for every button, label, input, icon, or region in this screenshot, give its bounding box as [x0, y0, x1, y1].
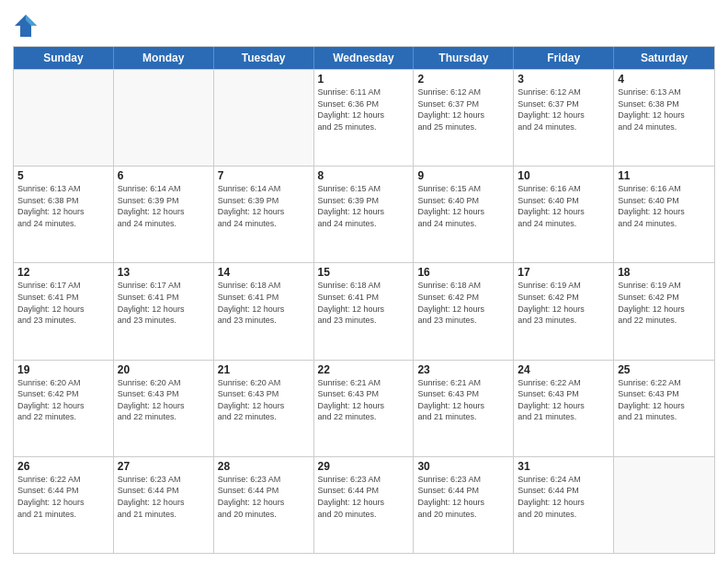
- day-cell-12: 12Sunrise: 6:17 AM Sunset: 6:41 PM Dayli…: [14, 263, 114, 359]
- logo-icon: [13, 13, 39, 39]
- cell-day-number: 4: [618, 73, 711, 86]
- cell-day-number: 1: [318, 73, 410, 86]
- cell-day-number: 17: [518, 266, 609, 279]
- cell-info: Sunrise: 6:20 AM Sunset: 6:43 PM Dayligh…: [218, 377, 310, 423]
- day-header-saturday: Saturday: [614, 47, 714, 69]
- cell-day-number: 9: [417, 169, 509, 182]
- day-cell-19: 19Sunrise: 6:20 AM Sunset: 6:42 PM Dayli…: [14, 361, 114, 456]
- cell-info: Sunrise: 6:22 AM Sunset: 6:43 PM Dayligh…: [518, 377, 609, 423]
- day-cell-28: 28Sunrise: 6:23 AM Sunset: 6:44 PM Dayli…: [214, 457, 314, 553]
- cell-info: Sunrise: 6:21 AM Sunset: 6:43 PM Dayligh…: [318, 377, 410, 423]
- day-cell-8: 8Sunrise: 6:15 AM Sunset: 6:39 PM Daylig…: [314, 167, 415, 262]
- day-cell-14: 14Sunrise: 6:18 AM Sunset: 6:41 PM Dayli…: [214, 263, 314, 359]
- day-cell-22: 22Sunrise: 6:21 AM Sunset: 6:43 PM Dayli…: [314, 361, 415, 456]
- cell-info: Sunrise: 6:11 AM Sunset: 6:36 PM Dayligh…: [318, 86, 410, 132]
- day-cell-15: 15Sunrise: 6:18 AM Sunset: 6:41 PM Dayli…: [314, 263, 415, 359]
- day-cell-3: 3Sunrise: 6:12 AM Sunset: 6:37 PM Daylig…: [514, 70, 614, 166]
- day-cell-6: 6Sunrise: 6:14 AM Sunset: 6:39 PM Daylig…: [114, 167, 214, 262]
- day-headers: SundayMondayTuesdayWednesdayThursdayFrid…: [14, 47, 714, 69]
- empty-cell: [214, 70, 314, 166]
- day-header-tuesday: Tuesday: [214, 47, 314, 69]
- cell-day-number: 12: [17, 266, 109, 279]
- week-row-3: 12Sunrise: 6:17 AM Sunset: 6:41 PM Dayli…: [14, 262, 714, 359]
- day-cell-9: 9Sunrise: 6:15 AM Sunset: 6:40 PM Daylig…: [414, 167, 514, 262]
- day-header-sunday: Sunday: [14, 47, 114, 69]
- cell-info: Sunrise: 6:24 AM Sunset: 6:44 PM Dayligh…: [518, 474, 609, 520]
- cell-info: Sunrise: 6:20 AM Sunset: 6:42 PM Dayligh…: [17, 377, 109, 423]
- cell-info: Sunrise: 6:20 AM Sunset: 6:43 PM Dayligh…: [118, 377, 210, 423]
- cell-info: Sunrise: 6:12 AM Sunset: 6:37 PM Dayligh…: [518, 86, 609, 132]
- cell-day-number: 18: [618, 266, 711, 279]
- weeks: 1Sunrise: 6:11 AM Sunset: 6:36 PM Daylig…: [14, 69, 714, 553]
- cell-day-number: 31: [518, 460, 609, 473]
- logo: [13, 13, 42, 39]
- day-cell-11: 11Sunrise: 6:16 AM Sunset: 6:40 PM Dayli…: [614, 167, 714, 262]
- cell-day-number: 5: [17, 169, 109, 182]
- cell-day-number: 6: [118, 169, 210, 182]
- cell-day-number: 14: [218, 266, 310, 279]
- cell-info: Sunrise: 6:19 AM Sunset: 6:42 PM Dayligh…: [618, 280, 711, 326]
- day-cell-31: 31Sunrise: 6:24 AM Sunset: 6:44 PM Dayli…: [514, 457, 614, 553]
- cell-info: Sunrise: 6:19 AM Sunset: 6:42 PM Dayligh…: [518, 280, 609, 326]
- cell-info: Sunrise: 6:17 AM Sunset: 6:41 PM Dayligh…: [118, 280, 210, 326]
- cell-day-number: 30: [417, 460, 509, 473]
- day-cell-24: 24Sunrise: 6:22 AM Sunset: 6:43 PM Dayli…: [514, 361, 614, 456]
- day-cell-20: 20Sunrise: 6:20 AM Sunset: 6:43 PM Dayli…: [114, 361, 214, 456]
- day-cell-25: 25Sunrise: 6:22 AM Sunset: 6:43 PM Dayli…: [614, 361, 714, 456]
- day-cell-13: 13Sunrise: 6:17 AM Sunset: 6:41 PM Dayli…: [114, 263, 214, 359]
- cell-info: Sunrise: 6:22 AM Sunset: 6:43 PM Dayligh…: [618, 377, 711, 423]
- day-cell-21: 21Sunrise: 6:20 AM Sunset: 6:43 PM Dayli…: [214, 361, 314, 456]
- cell-info: Sunrise: 6:15 AM Sunset: 6:40 PM Dayligh…: [417, 183, 509, 229]
- day-cell-29: 29Sunrise: 6:23 AM Sunset: 6:44 PM Dayli…: [314, 457, 415, 553]
- day-cell-7: 7Sunrise: 6:14 AM Sunset: 6:39 PM Daylig…: [214, 167, 314, 262]
- day-header-wednesday: Wednesday: [314, 47, 415, 69]
- cell-info: Sunrise: 6:13 AM Sunset: 6:38 PM Dayligh…: [618, 86, 711, 132]
- calendar: SundayMondayTuesdayWednesdayThursdayFrid…: [13, 46, 715, 554]
- cell-day-number: 3: [518, 73, 609, 86]
- cell-info: Sunrise: 6:12 AM Sunset: 6:37 PM Dayligh…: [417, 86, 509, 132]
- cell-info: Sunrise: 6:14 AM Sunset: 6:39 PM Dayligh…: [218, 183, 310, 229]
- cell-day-number: 7: [218, 169, 310, 182]
- cell-info: Sunrise: 6:16 AM Sunset: 6:40 PM Dayligh…: [618, 183, 711, 229]
- empty-cell: [114, 70, 214, 166]
- day-header-friday: Friday: [514, 47, 614, 69]
- day-cell-27: 27Sunrise: 6:23 AM Sunset: 6:44 PM Dayli…: [114, 457, 214, 553]
- week-row-1: 1Sunrise: 6:11 AM Sunset: 6:36 PM Daylig…: [14, 69, 714, 166]
- header: [13, 9, 715, 39]
- day-cell-18: 18Sunrise: 6:19 AM Sunset: 6:42 PM Dayli…: [614, 263, 714, 359]
- week-row-4: 19Sunrise: 6:20 AM Sunset: 6:42 PM Dayli…: [14, 360, 714, 456]
- day-cell-30: 30Sunrise: 6:23 AM Sunset: 6:44 PM Dayli…: [414, 457, 514, 553]
- cell-day-number: 22: [318, 363, 410, 376]
- day-cell-23: 23Sunrise: 6:21 AM Sunset: 6:43 PM Dayli…: [414, 361, 514, 456]
- cell-info: Sunrise: 6:23 AM Sunset: 6:44 PM Dayligh…: [417, 474, 509, 520]
- cell-info: Sunrise: 6:15 AM Sunset: 6:39 PM Dayligh…: [318, 183, 410, 229]
- cell-day-number: 10: [518, 169, 609, 182]
- day-cell-5: 5Sunrise: 6:13 AM Sunset: 6:38 PM Daylig…: [14, 167, 114, 262]
- day-cell-1: 1Sunrise: 6:11 AM Sunset: 6:36 PM Daylig…: [314, 70, 415, 166]
- day-cell-4: 4Sunrise: 6:13 AM Sunset: 6:38 PM Daylig…: [614, 70, 714, 166]
- cell-day-number: 29: [318, 460, 410, 473]
- cell-info: Sunrise: 6:16 AM Sunset: 6:40 PM Dayligh…: [518, 183, 609, 229]
- cell-info: Sunrise: 6:23 AM Sunset: 6:44 PM Dayligh…: [318, 474, 410, 520]
- cell-info: Sunrise: 6:21 AM Sunset: 6:43 PM Dayligh…: [417, 377, 509, 423]
- empty-cell: [614, 457, 714, 553]
- day-cell-26: 26Sunrise: 6:22 AM Sunset: 6:44 PM Dayli…: [14, 457, 114, 553]
- cell-day-number: 16: [417, 266, 509, 279]
- day-cell-17: 17Sunrise: 6:19 AM Sunset: 6:42 PM Dayli…: [514, 263, 614, 359]
- cell-day-number: 23: [417, 363, 509, 376]
- cell-info: Sunrise: 6:22 AM Sunset: 6:44 PM Dayligh…: [17, 474, 109, 520]
- cell-info: Sunrise: 6:23 AM Sunset: 6:44 PM Dayligh…: [118, 474, 210, 520]
- day-header-thursday: Thursday: [414, 47, 514, 69]
- cell-day-number: 25: [618, 363, 711, 376]
- empty-cell: [14, 70, 114, 166]
- day-header-monday: Monday: [114, 47, 214, 69]
- cell-day-number: 19: [17, 363, 109, 376]
- cell-info: Sunrise: 6:14 AM Sunset: 6:39 PM Dayligh…: [118, 183, 210, 229]
- cell-day-number: 24: [518, 363, 609, 376]
- cell-info: Sunrise: 6:18 AM Sunset: 6:41 PM Dayligh…: [318, 280, 410, 326]
- cell-day-number: 15: [318, 266, 410, 279]
- cell-day-number: 26: [17, 460, 109, 473]
- cell-day-number: 20: [118, 363, 210, 376]
- day-cell-10: 10Sunrise: 6:16 AM Sunset: 6:40 PM Dayli…: [514, 167, 614, 262]
- cell-day-number: 28: [218, 460, 310, 473]
